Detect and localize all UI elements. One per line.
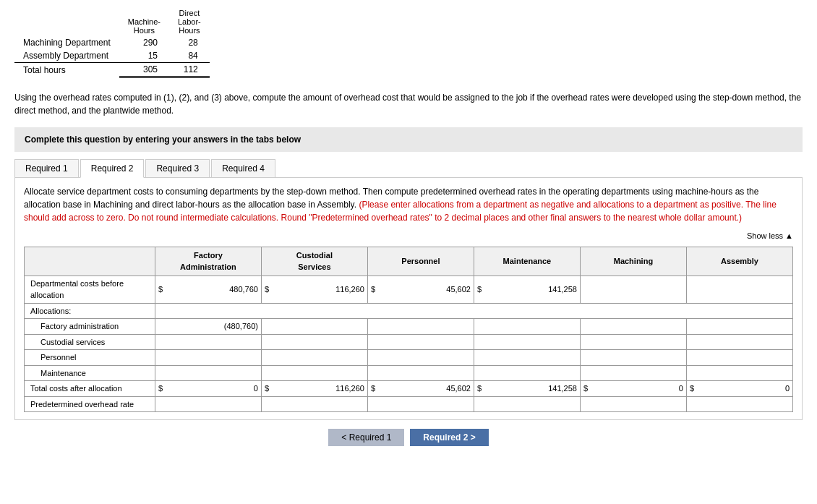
col-header-0: FactoryAdministration: [155, 247, 261, 276]
row-label: Custodial services: [25, 334, 155, 350]
allocations-header: [155, 303, 792, 319]
table-cell-r4-c1[interactable]: [261, 350, 367, 366]
table-cell-r4-c2[interactable]: [367, 350, 474, 366]
table-cell-r7-c5[interactable]: [686, 396, 792, 412]
table-cell-r6-c5: $0: [686, 381, 792, 397]
row-label: Total costs after allocation: [25, 381, 155, 397]
show-less[interactable]: Show less ▲: [24, 230, 793, 242]
col-header-2: Personnel: [367, 247, 474, 276]
table-cell-r4-c0[interactable]: [155, 350, 261, 366]
table-cell-r7-c2: [367, 396, 474, 412]
hours-table: Machine-Hours DirectLabor-Hours Machinin…: [14, 7, 210, 78]
table-cell-r7-c1: [261, 396, 367, 412]
cell-input-r4-c0[interactable]: [155, 351, 261, 363]
top-table-dlh: 84: [169, 49, 210, 63]
cell-input-r2-c2[interactable]: [368, 320, 474, 332]
tab-required-3[interactable]: Required 3: [145, 159, 210, 178]
cell-input-r2-c5[interactable]: [687, 320, 792, 332]
table-row: Factory administration(480,760): [25, 319, 793, 335]
cell-input-r3-c5[interactable]: [687, 336, 792, 348]
table-cell-r3-c4[interactable]: [580, 334, 686, 350]
cell-input-r3-c0[interactable]: [155, 336, 261, 348]
table-cell-r6-c0: $0: [155, 381, 261, 397]
table-cell-r2-c4[interactable]: [580, 319, 686, 335]
show-less-text: Show less ▲: [747, 231, 793, 240]
cell-input-r4-c2[interactable]: [368, 351, 474, 363]
row-label: Personnel: [25, 350, 155, 366]
cell-input-r4-c5[interactable]: [687, 351, 792, 363]
table-cell-r5-c1[interactable]: [261, 365, 367, 381]
cell-input-r5-c4[interactable]: [581, 367, 686, 379]
top-table-dlh: 112: [169, 63, 210, 77]
col-header-1: CustodialServices: [261, 247, 367, 276]
cell-input-r2-c1[interactable]: [262, 320, 367, 332]
prev-button[interactable]: < Required 1: [328, 429, 404, 446]
table-cell-r3-c2[interactable]: [367, 334, 474, 350]
col-header-4: Machining: [580, 247, 686, 276]
tab-content: Allocate service department costs to con…: [14, 178, 803, 420]
table-row: Allocations:: [25, 303, 793, 319]
cell-input-r5-c5[interactable]: [687, 367, 792, 379]
table-row: Personnel: [25, 350, 793, 366]
table-cell-r6-c3: $141,258: [474, 381, 580, 397]
table-cell-r3-c5[interactable]: [686, 334, 792, 350]
tab-required-4[interactable]: Required 4: [211, 159, 275, 178]
cell-input-r3-c3[interactable]: [474, 336, 580, 348]
row-label-header: [25, 247, 155, 276]
cell-input-r2-c4[interactable]: [581, 320, 686, 332]
table-cell-r6-c4: $0: [580, 381, 686, 397]
cell-input-r4-c3[interactable]: [474, 351, 580, 363]
cell-input-r5-c1[interactable]: [262, 367, 367, 379]
cell-input-r4-c4[interactable]: [581, 351, 686, 363]
instructions-text: Using the overhead rates computed in (1)…: [14, 91, 803, 117]
table-row: Predetermined overhead rate: [25, 396, 793, 412]
table-cell-r6-c1: $116,260: [261, 381, 367, 397]
mh-header: Machine-Hours: [119, 7, 169, 36]
cell-input-r3-c2[interactable]: [368, 336, 474, 348]
tab-required-1[interactable]: Required 1: [14, 159, 79, 178]
table-cell-r0-c3: $141,258: [474, 276, 580, 303]
cell-input-r5-c0[interactable]: [155, 367, 261, 379]
table-cell-r6-c2: $45,602: [367, 381, 474, 397]
table-row: Departmental costs before allocation$480…: [25, 276, 793, 303]
table-cell-r7-c4[interactable]: [580, 396, 686, 412]
next-button[interactable]: Required 2 >: [410, 429, 488, 446]
cell-input-r2-c3[interactable]: [474, 320, 580, 332]
table-row: Maintenance: [25, 365, 793, 381]
cell-input-r3-c4[interactable]: [581, 336, 686, 348]
cell-input-r4-c1[interactable]: [262, 351, 367, 363]
table-cell-r5-c4[interactable]: [580, 365, 686, 381]
table-cell-r5-c2[interactable]: [367, 365, 474, 381]
complete-box: Complete this question by entering your …: [14, 127, 803, 152]
cell-input-r5-c3[interactable]: [474, 367, 580, 379]
top-table-row-label: Machining Department: [14, 36, 119, 49]
table-cell-r3-c0[interactable]: [155, 334, 261, 350]
table-cell-r2-c3[interactable]: [474, 319, 580, 335]
table-cell-r2-c1[interactable]: [261, 319, 367, 335]
row-label: Factory administration: [25, 319, 155, 335]
table-cell-r0-c1: $116,260: [261, 276, 367, 303]
table-cell-r0-c2: $45,602: [367, 276, 474, 303]
col-header-5: Assembly: [686, 247, 792, 276]
table-cell-r7-c0: [155, 396, 261, 412]
table-cell-r4-c4[interactable]: [580, 350, 686, 366]
top-table-section: Machine-Hours DirectLabor-Hours Machinin…: [14, 7, 803, 78]
row-label: Departmental costs before allocation: [25, 276, 155, 303]
table-cell-r3-c1[interactable]: [261, 334, 367, 350]
table-cell-r3-c3[interactable]: [474, 334, 580, 350]
table-cell-r4-c3[interactable]: [474, 350, 580, 366]
tab-instruction: Allocate service department costs to con…: [24, 185, 793, 224]
table-cell-r5-c0[interactable]: [155, 365, 261, 381]
cell-input-r7-c4[interactable]: [581, 398, 686, 410]
table-cell-r2-c2[interactable]: [367, 319, 474, 335]
table-cell-r4-c5[interactable]: [686, 350, 792, 366]
top-table-row-label: Assembly Department: [14, 49, 119, 63]
cell-input-r3-c1[interactable]: [262, 336, 367, 348]
table-cell-r5-c5[interactable]: [686, 365, 792, 381]
cell-input-r7-c5[interactable]: [687, 398, 792, 410]
tab-required-2[interactable]: Required 2: [80, 159, 145, 178]
table-cell-r2-c5[interactable]: [686, 319, 792, 335]
cell-input-r5-c2[interactable]: [368, 367, 474, 379]
table-cell-r5-c3[interactable]: [474, 365, 580, 381]
row-label: Maintenance: [25, 365, 155, 381]
